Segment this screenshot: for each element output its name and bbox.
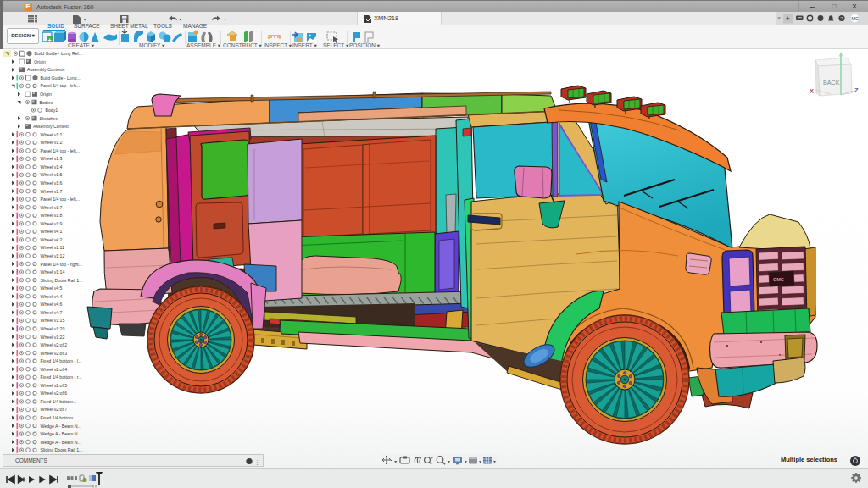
svg-text:Wheel v1:12: Wheel v1:12	[41, 253, 65, 258]
svg-text:Wheel v1:1: Wheel v1:1	[41, 132, 63, 137]
svg-text:Wheel v1:4: Wheel v1:4	[41, 164, 63, 169]
svg-text:Assembly Contexts: Assembly Contexts	[27, 67, 65, 72]
svg-text:Wheel v1:11: Wheel v1:11	[41, 245, 65, 250]
svg-text:Wheel v1:15: Wheel v1:15	[41, 318, 65, 323]
svg-text:+: +	[431, 455, 433, 460]
svg-text:Fixed 1/4 bottom - r...: Fixed 1/4 bottom - r...	[41, 374, 82, 380]
svg-text:Wheel v1:14: Wheel v1:14	[41, 269, 65, 274]
svg-text:Wheel v1:8: Wheel v1:8	[41, 213, 63, 218]
svg-text:Origin: Origin	[34, 59, 46, 64]
svg-text:Wheel v4:4: Wheel v4:4	[41, 294, 63, 299]
svg-text:Wheel v2:of 5: Wheel v2:of 5	[41, 383, 68, 388]
svg-text:Origin: Origin	[40, 92, 52, 97]
svg-text:Wheel v2:of 2: Wheel v2:of 2	[41, 342, 68, 347]
svg-text:Wheel v1:9: Wheel v1:9	[41, 221, 63, 226]
svg-text:Wheel v2:of 7: Wheel v2:of 7	[41, 407, 68, 412]
svg-text:Wheel v1:7: Wheel v1:7	[41, 205, 63, 210]
svg-text:Wheel v4:6: Wheel v4:6	[41, 302, 63, 307]
svg-text:Panel 1/4 top - left...: Panel 1/4 top - left...	[41, 148, 80, 153]
svg-text:Fixed 1/4 bottom...: Fixed 1/4 bottom...	[41, 399, 77, 404]
svg-text:Sliding Doors Rail 1...: Sliding Doors Rail 1...	[41, 447, 83, 452]
svg-text:Sketches: Sketches	[40, 116, 58, 121]
svg-text:Wheel v4:1: Wheel v4:1	[41, 229, 63, 234]
svg-text:Body1: Body1	[46, 108, 58, 113]
svg-text:Fixed 1/4 bottom...: Fixed 1/4 bottom...	[41, 415, 77, 420]
svg-text:Build Guide - Long Rel...: Build Guide - Long Rel...	[35, 51, 83, 56]
svg-text:X: X	[810, 87, 814, 95]
svg-text:Wheel v2:of 4: Wheel v2:of 4	[41, 367, 68, 372]
svg-text:Wedge A - Beam N...: Wedge A - Beam N...	[41, 431, 81, 436]
svg-text:Wheel v2:of 3: Wheel v2:of 3	[41, 351, 68, 356]
svg-text:Wheel v4:2: Wheel v4:2	[41, 237, 63, 242]
svg-text:Panel 1/4 top - left...: Panel 1/4 top - left...	[41, 197, 80, 202]
svg-text:Sliding Doors Rail 1...: Sliding Doors Rail 1...	[41, 278, 83, 283]
svg-text:Wheel v4:7: Wheel v4:7	[41, 310, 63, 315]
svg-text:Wheel v2:of 6: Wheel v2:of 6	[41, 391, 68, 396]
svg-text:BACK: BACK	[823, 79, 840, 86]
svg-text:Panel 1/4 top - left...: Panel 1/4 top - left...	[41, 83, 80, 88]
svg-text:⋮: ⋮	[254, 459, 260, 465]
svg-text:Panel 1/4 top - right...: Panel 1/4 top - right...	[41, 262, 83, 267]
svg-text:Wheel v1:6: Wheel v1:6	[41, 180, 63, 186]
svg-text:Wheel v1:5: Wheel v1:5	[41, 172, 63, 177]
svg-text:Wheel v1:3: Wheel v1:3	[41, 156, 63, 161]
svg-text:Wheel v4:5: Wheel v4:5	[41, 286, 63, 291]
svg-text:Wheel v1:22: Wheel v1:22	[41, 335, 65, 340]
svg-text:Wheel v1:2: Wheel v1:2	[41, 140, 63, 145]
svg-text:Wheel v1:20: Wheel v1:20	[41, 326, 65, 331]
svg-text:Wheel v1:7: Wheel v1:7	[41, 189, 63, 194]
svg-text:Z: Z	[854, 86, 859, 94]
svg-text:Wedge A - Beam N...: Wedge A - Beam N...	[41, 424, 81, 429]
svg-text:Wedge A - Beam N...: Wedge A - Beam N...	[41, 440, 81, 445]
svg-text:GMC: GMC	[773, 277, 784, 282]
svg-text:Fixed 1/4 bottom - l...: Fixed 1/4 bottom - l...	[41, 358, 82, 363]
svg-text:Build Guide - Long...: Build Guide - Long...	[41, 75, 81, 80]
svg-text:Bodies: Bodies	[40, 100, 53, 105]
svg-text:Assembly Context: Assembly Context	[33, 124, 69, 129]
